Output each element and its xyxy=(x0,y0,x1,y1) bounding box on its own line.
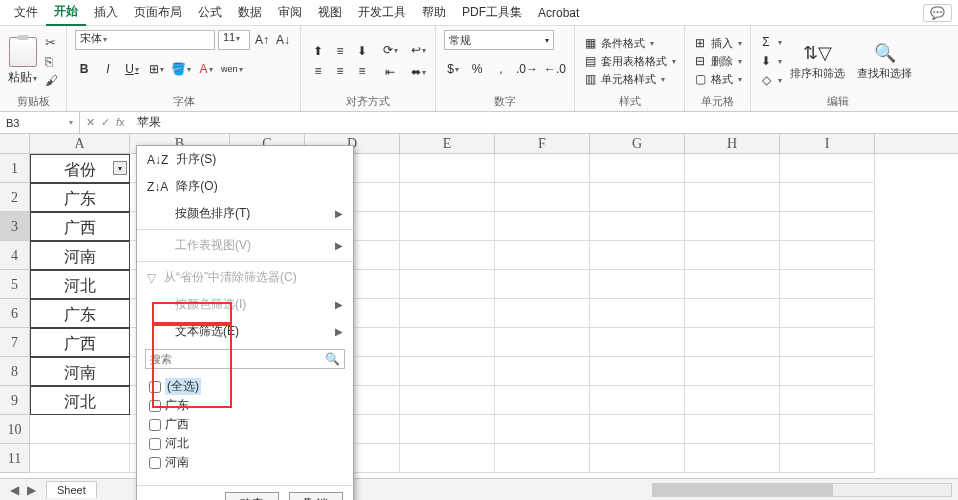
cell[interactable]: 河北 xyxy=(30,270,130,299)
sheet-tab[interactable]: Sheet xyxy=(46,481,97,498)
cell[interactable] xyxy=(685,386,780,415)
delete-cells-button[interactable]: ⊟删除 xyxy=(693,54,742,69)
row-header[interactable]: 6 xyxy=(0,299,29,328)
formula-input[interactable]: 苹果 xyxy=(131,114,958,131)
cell[interactable]: 广西 xyxy=(30,212,130,241)
col-header[interactable]: G xyxy=(590,134,685,153)
cell[interactable] xyxy=(400,415,495,444)
tab-nav-next[interactable]: ▶ xyxy=(27,483,36,497)
cell[interactable] xyxy=(495,386,590,415)
menu-dev[interactable]: 开发工具 xyxy=(350,0,414,25)
comma-button[interactable]: , xyxy=(492,60,510,78)
sort-by-color-item[interactable]: 按颜色排序(T)▶ xyxy=(137,200,353,227)
cell[interactable] xyxy=(400,212,495,241)
insert-cells-button[interactable]: ⊞插入 xyxy=(693,36,742,51)
cell[interactable] xyxy=(495,444,590,473)
wrap-text-button[interactable]: ↩ xyxy=(409,41,427,59)
format-cells-button[interactable]: ▢格式 xyxy=(693,72,742,87)
align-right-icon[interactable]: ≡ xyxy=(353,62,371,80)
cell[interactable]: 广东 xyxy=(30,299,130,328)
conditional-format-button[interactable]: ▦条件格式 xyxy=(583,36,676,51)
cell[interactable] xyxy=(685,444,780,473)
cell[interactable] xyxy=(685,328,780,357)
sort-asc-item[interactable]: A↓Z升序(S) xyxy=(137,146,353,173)
menu-pdf[interactable]: PDF工具集 xyxy=(454,0,530,25)
cell[interactable] xyxy=(780,299,875,328)
row-header[interactable]: 7 xyxy=(0,328,29,357)
cell[interactable] xyxy=(780,444,875,473)
indent-dec-icon[interactable]: ⇤ xyxy=(381,63,399,81)
cell-styles-button[interactable]: ▥单元格样式 xyxy=(583,72,676,87)
cell[interactable] xyxy=(590,299,685,328)
row-header[interactable]: 8 xyxy=(0,357,29,386)
align-top-icon[interactable]: ⬆ xyxy=(309,42,327,60)
cell[interactable] xyxy=(780,415,875,444)
cell[interactable] xyxy=(590,386,685,415)
cell[interactable] xyxy=(780,328,875,357)
number-format-select[interactable]: 常规▾ xyxy=(444,30,554,50)
cell[interactable] xyxy=(685,415,780,444)
filter-check-item[interactable]: 河北 xyxy=(149,434,341,453)
align-left-icon[interactable]: ≡ xyxy=(309,62,327,80)
cell[interactable] xyxy=(495,241,590,270)
cell[interactable] xyxy=(780,183,875,212)
col-header[interactable]: H xyxy=(685,134,780,153)
enter-formula-icon[interactable]: ✓ xyxy=(101,116,110,129)
select-all-corner[interactable] xyxy=(0,134,30,154)
row-header[interactable]: 10 xyxy=(0,415,29,444)
cell[interactable] xyxy=(495,212,590,241)
cell[interactable] xyxy=(400,183,495,212)
cell[interactable]: 广东 xyxy=(30,183,130,212)
cell[interactable]: 河南 xyxy=(30,241,130,270)
menu-review[interactable]: 审阅 xyxy=(270,0,310,25)
cell[interactable] xyxy=(780,241,875,270)
filter-check-item[interactable]: 河南 xyxy=(149,453,341,472)
cell[interactable] xyxy=(685,357,780,386)
cell[interactable] xyxy=(780,154,875,183)
menu-insert[interactable]: 插入 xyxy=(86,0,126,25)
cell[interactable] xyxy=(780,212,875,241)
cut-icon[interactable]: ✂ xyxy=(45,35,58,50)
align-bottom-icon[interactable]: ⬇ xyxy=(353,42,371,60)
cell[interactable] xyxy=(590,328,685,357)
col-header[interactable]: F xyxy=(495,134,590,153)
fill-button[interactable]: ⬇ xyxy=(759,54,782,68)
autosum-button[interactable]: Σ xyxy=(759,35,782,49)
cell[interactable] xyxy=(685,183,780,212)
cell[interactable] xyxy=(685,212,780,241)
format-painter-icon[interactable]: 🖌 xyxy=(45,73,58,88)
cell[interactable] xyxy=(590,415,685,444)
menu-file[interactable]: 文件 xyxy=(6,0,46,25)
cell[interactable] xyxy=(400,154,495,183)
paste-label[interactable]: 粘贴 xyxy=(8,69,37,86)
underline-button[interactable]: U xyxy=(123,60,141,78)
filter-cancel-button[interactable]: 取消 xyxy=(289,492,343,500)
cell[interactable] xyxy=(685,299,780,328)
row-header[interactable]: 5 xyxy=(0,270,29,299)
filter-ok-button[interactable]: 确定 xyxy=(225,492,279,500)
percent-button[interactable]: % xyxy=(468,60,486,78)
cell[interactable]: 广西 xyxy=(30,328,130,357)
cell[interactable] xyxy=(590,357,685,386)
decrease-decimal-icon[interactable]: ←.0 xyxy=(544,60,566,78)
cell[interactable] xyxy=(780,386,875,415)
table-format-button[interactable]: ▤套用表格格式 xyxy=(583,54,676,69)
cell[interactable] xyxy=(495,299,590,328)
row-header[interactable]: 4 xyxy=(0,241,29,270)
cell[interactable] xyxy=(685,154,780,183)
cell[interactable] xyxy=(400,270,495,299)
cell[interactable] xyxy=(495,357,590,386)
menu-acrobat[interactable]: Acrobat xyxy=(530,2,587,24)
row-header[interactable]: 9 xyxy=(0,386,29,415)
increase-font-icon[interactable]: A↑ xyxy=(253,31,271,49)
cell[interactable] xyxy=(590,241,685,270)
decrease-font-icon[interactable]: A↓ xyxy=(274,31,292,49)
font-name-select[interactable]: 宋体 xyxy=(75,30,215,50)
cell[interactable] xyxy=(495,154,590,183)
bold-button[interactable]: B xyxy=(75,60,93,78)
italic-button[interactable]: I xyxy=(99,60,117,78)
cell[interactable] xyxy=(400,241,495,270)
font-size-select[interactable]: 11 xyxy=(218,30,250,50)
sort-filter-button[interactable]: ⇅▽排序和筛选 xyxy=(786,42,849,81)
filter-search-input[interactable] xyxy=(146,353,321,365)
